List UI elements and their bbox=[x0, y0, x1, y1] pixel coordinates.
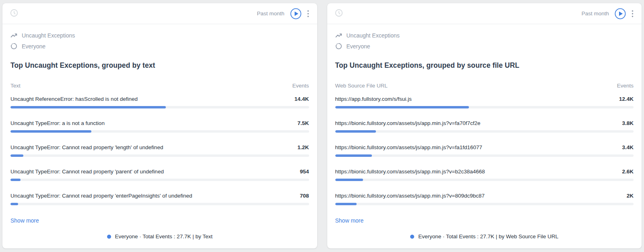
bar-fill bbox=[10, 179, 21, 181]
bar-track bbox=[10, 130, 309, 133]
clock-icon bbox=[10, 8, 19, 19]
row-label: Uncaught TypeError: Cannot read property… bbox=[10, 168, 164, 175]
table-row[interactable]: Uncaught TypeError: Cannot read property… bbox=[10, 144, 309, 157]
widget-card: Past month bbox=[2, 3, 317, 248]
play-icon bbox=[290, 8, 301, 19]
legend-dot-icon bbox=[107, 235, 111, 239]
bar-track bbox=[10, 179, 309, 181]
bar-fill bbox=[10, 106, 166, 108]
column-header-label: Text bbox=[10, 82, 21, 89]
row-line: https://bionic.fullstory.com/assets/js/a… bbox=[335, 192, 634, 199]
table-row[interactable]: https://bionic.fullstory.com/assets/js/a… bbox=[335, 144, 634, 157]
bar-track bbox=[335, 203, 634, 205]
segment-label: Everyone bbox=[347, 43, 370, 50]
segment-row: Everyone bbox=[10, 41, 309, 52]
table-row[interactable]: Uncaught TypeError: Cannot read property… bbox=[10, 168, 309, 181]
dashboard: Past month bbox=[0, 0, 644, 252]
row-events-value: 2K bbox=[627, 192, 634, 199]
footer-summary: Everyone · Total Events : 27.7K | by Web… bbox=[418, 233, 558, 240]
row-label: https://bionic.fullstory.com/assets/js/a… bbox=[335, 192, 485, 199]
bar-track bbox=[335, 130, 634, 133]
widget-card: Past month bbox=[327, 3, 642, 248]
bar-fill bbox=[10, 154, 23, 157]
card-body: Uncaught Exceptions Everyone Top Uncaugh… bbox=[327, 24, 642, 228]
clock-icon bbox=[334, 8, 343, 19]
table-row[interactable]: Uncaught TypeError: a is not a function … bbox=[10, 120, 309, 133]
row-events-value: 3.4K bbox=[622, 144, 634, 151]
bar-fill bbox=[335, 130, 376, 133]
bar-track bbox=[335, 106, 634, 108]
time-range-label[interactable]: Past month bbox=[582, 10, 609, 17]
bar-track bbox=[10, 154, 309, 157]
play-button[interactable] bbox=[615, 8, 626, 19]
row-line: Uncaught TypeError: Cannot read property… bbox=[10, 144, 309, 151]
kebab-menu-icon[interactable] bbox=[306, 9, 310, 18]
play-icon bbox=[615, 8, 626, 19]
trend-up-icon bbox=[335, 32, 342, 39]
row-line: https://bionic.fullstory.com/assets/js/a… bbox=[335, 168, 634, 175]
play-button[interactable] bbox=[290, 8, 301, 19]
row-line: Uncaught TypeError: a is not a function … bbox=[10, 120, 309, 127]
table-row[interactable]: https://bionic.fullstory.com/assets/js/a… bbox=[335, 120, 634, 133]
row-label: https://bionic.fullstory.com/assets/js/a… bbox=[335, 168, 485, 175]
row-line: Uncaught ReferenceError: hasScrolled is … bbox=[10, 96, 309, 102]
bar-fill bbox=[335, 154, 372, 157]
segment-row: Everyone bbox=[335, 41, 634, 52]
segment-circle-icon bbox=[10, 43, 17, 50]
table-row[interactable]: Uncaught TypeError: Cannot read property… bbox=[10, 192, 309, 205]
row-events-value: 1.2K bbox=[297, 144, 309, 151]
card-title: Top Uncaught Exceptions, grouped by text bbox=[10, 60, 309, 70]
rows: https://app.fullstory.com/s/fsui.js 12.4… bbox=[335, 89, 634, 205]
row-label: https://bionic.fullstory.com/assets/js/a… bbox=[335, 144, 483, 151]
row-label: Uncaught ReferenceError: hasScrolled is … bbox=[10, 96, 138, 102]
bar-track bbox=[10, 203, 309, 205]
bar-fill bbox=[335, 179, 363, 181]
rows: Uncaught ReferenceError: hasScrolled is … bbox=[10, 89, 309, 205]
show-more-link[interactable]: Show more bbox=[335, 217, 364, 224]
row-label: https://bionic.fullstory.com/assets/js/a… bbox=[335, 120, 481, 127]
bar-track bbox=[335, 179, 634, 181]
row-events-value: 12.4K bbox=[619, 96, 634, 102]
row-events-value: 3.8K bbox=[622, 120, 634, 127]
trend-up-icon bbox=[10, 32, 17, 39]
table-row[interactable]: Uncaught ReferenceError: hasScrolled is … bbox=[10, 96, 309, 108]
footer-summary: Everyone · Total Events : 27.7K | by Tex… bbox=[115, 233, 213, 240]
metric-label: Uncaught Exceptions bbox=[347, 32, 400, 39]
column-header-events: Events bbox=[292, 82, 309, 89]
row-line: https://bionic.fullstory.com/assets/js/a… bbox=[335, 120, 634, 127]
card-footer: Everyone · Total Events : 27.7K | by Tex… bbox=[2, 228, 317, 248]
card-footer: Everyone · Total Events : 27.7K | by Web… bbox=[327, 228, 642, 248]
card-header: Past month bbox=[327, 3, 642, 24]
show-more-link[interactable]: Show more bbox=[10, 217, 39, 224]
row-label: Uncaught TypeError: a is not a function bbox=[10, 120, 105, 127]
table-row[interactable]: https://bionic.fullstory.com/assets/js/a… bbox=[335, 168, 634, 181]
bar-fill bbox=[335, 106, 469, 108]
segment-label: Everyone bbox=[22, 43, 45, 50]
segment-circle-icon bbox=[335, 43, 342, 50]
time-range-label[interactable]: Past month bbox=[257, 10, 284, 17]
row-line: https://bionic.fullstory.com/assets/js/a… bbox=[335, 144, 634, 151]
column-header-events: Events bbox=[617, 82, 634, 89]
row-events-value: 2.6K bbox=[622, 168, 634, 175]
table-header: Web Source File URL Events bbox=[335, 82, 634, 89]
bar-fill bbox=[335, 203, 357, 205]
metric-row: Uncaught Exceptions bbox=[335, 30, 634, 41]
kebab-menu-icon[interactable] bbox=[631, 9, 634, 18]
table-row[interactable]: https://app.fullstory.com/s/fsui.js 12.4… bbox=[335, 96, 634, 108]
row-events-value: 708 bbox=[300, 192, 309, 199]
table-header: Text Events bbox=[10, 82, 309, 89]
card-body: Uncaught Exceptions Everyone Top Uncaugh… bbox=[2, 24, 317, 228]
metric-row: Uncaught Exceptions bbox=[10, 30, 309, 41]
legend-dot-icon bbox=[410, 235, 414, 239]
card-header: Past month bbox=[2, 3, 317, 24]
table-row[interactable]: https://bionic.fullstory.com/assets/js/a… bbox=[335, 192, 634, 205]
bar-fill bbox=[10, 130, 91, 133]
row-events-value: 954 bbox=[300, 168, 309, 175]
row-label: https://app.fullstory.com/s/fsui.js bbox=[335, 96, 412, 102]
row-events-value: 7.5K bbox=[297, 120, 309, 127]
row-label: Uncaught TypeError: Cannot read property… bbox=[10, 192, 192, 199]
row-events-value: 14.4K bbox=[294, 96, 309, 102]
row-line: https://app.fullstory.com/s/fsui.js 12.4… bbox=[335, 96, 634, 102]
column-header-label: Web Source File URL bbox=[335, 82, 388, 89]
card-title: Top Uncaught Exceptions, grouped by sour… bbox=[335, 60, 634, 70]
